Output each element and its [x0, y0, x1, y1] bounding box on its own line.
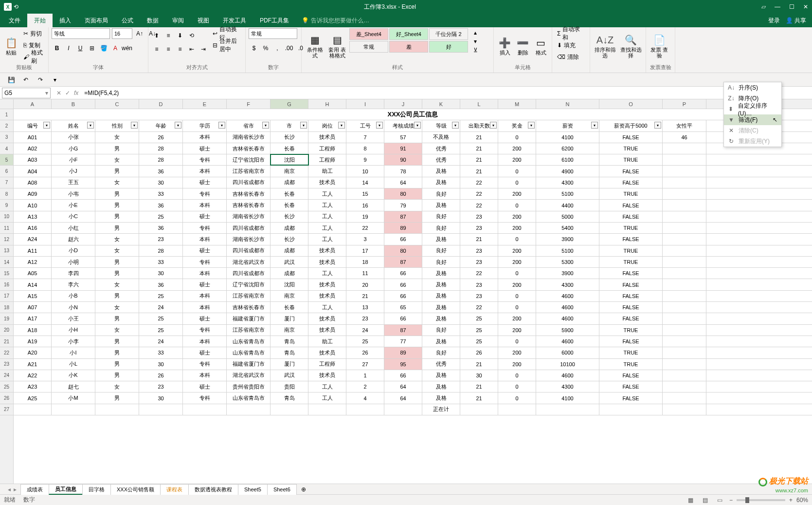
cell[interactable]: 0 — [498, 370, 536, 381]
filter-dropdown-button[interactable]: ▾ — [528, 122, 535, 129]
cell[interactable]: 0 — [498, 177, 536, 188]
cell[interactable]: FALSE — [599, 268, 663, 279]
cell[interactable]: 山东省青岛市 — [227, 347, 271, 358]
filter-dropdown-button[interactable]: ▾ — [262, 122, 269, 129]
cell[interactable]: 辽宁省沈阳市 — [227, 154, 271, 165]
sort-filter-button[interactable]: A↓Z排序和筛选 — [593, 28, 617, 63]
cell[interactable]: 15 — [346, 188, 384, 199]
row-header[interactable]: 4 — [0, 143, 13, 154]
cell[interactable]: FALSE — [599, 211, 663, 222]
cell[interactable]: 长春 — [271, 188, 308, 199]
cell[interactable]: FALSE — [599, 393, 663, 403]
column-header-H[interactable]: H — [308, 99, 346, 109]
cell[interactable]: 0 — [498, 166, 536, 176]
cell[interactable] — [663, 381, 706, 392]
fx-icon[interactable]: fx — [74, 90, 78, 96]
cell[interactable]: 200 — [498, 143, 536, 154]
cell[interactable]: 湖南省长沙市 — [227, 132, 271, 143]
autosum-button[interactable]: Σ自动求和 — [555, 28, 587, 39]
column-header-D[interactable]: D — [139, 99, 183, 109]
cell[interactable]: 23 — [460, 245, 498, 256]
cell[interactable]: 技术员 — [308, 257, 346, 267]
cell[interactable]: 硕士 — [183, 177, 227, 188]
cell[interactable]: 正在计 — [422, 404, 460, 415]
cell[interactable]: 青岛 — [271, 347, 308, 358]
cell[interactable]: 良好 — [422, 257, 460, 267]
column-header-cell[interactable]: 省市▾ — [227, 120, 271, 131]
orientation-icon[interactable]: ⟲ — [186, 30, 197, 41]
cell[interactable]: 助工 — [308, 336, 346, 347]
cell[interactable]: 四川省成都市 — [227, 177, 271, 188]
cell[interactable]: 46 — [663, 132, 706, 143]
cell[interactable]: 四川省成都市 — [227, 245, 271, 256]
cell[interactable]: 福建省厦门市 — [227, 313, 271, 324]
sheet-nav-next-icon[interactable]: ▸ — [14, 486, 17, 493]
cell[interactable]: A02 — [14, 143, 52, 154]
cell[interactable]: 2 — [346, 381, 384, 392]
cell[interactable]: 80 — [384, 245, 422, 256]
cell[interactable]: 23 — [460, 211, 498, 222]
cell[interactable]: 14 — [346, 177, 384, 188]
cell[interactable]: 本科 — [183, 291, 227, 301]
row-header[interactable]: 24 — [0, 370, 13, 381]
cell[interactable]: 技术员 — [308, 347, 346, 358]
cell[interactable]: 女 — [95, 234, 139, 244]
cell[interactable]: 10100 — [536, 359, 599, 370]
cell[interactable]: 优秀 — [422, 359, 460, 370]
cell[interactable]: 男 — [95, 200, 139, 210]
cell[interactable]: A11 — [14, 245, 52, 256]
cell[interactable]: FALSE — [599, 132, 663, 143]
column-header-cell[interactable]: 等级▾ — [422, 120, 460, 131]
style-bad-sheet4[interactable]: 差_Sheet4 — [349, 28, 388, 40]
cell[interactable]: 湖南省长沙市 — [227, 211, 271, 222]
cell[interactable]: 36 — [139, 279, 183, 290]
cell[interactable]: A25 — [14, 393, 52, 403]
row-header[interactable]: 22 — [0, 347, 13, 358]
cell[interactable]: 女 — [95, 177, 139, 188]
phonetic-button[interactable]: wén — [122, 43, 132, 54]
cell[interactable]: 专科 — [183, 223, 227, 233]
column-header-cell[interactable]: 出勤天数▾ — [460, 120, 498, 131]
cell[interactable]: 0 — [498, 268, 536, 279]
cell[interactable]: 89 — [384, 223, 422, 233]
zoom-level[interactable]: 60% — [796, 497, 808, 504]
cell[interactable]: 4600 — [536, 313, 599, 324]
cell[interactable]: 22 — [460, 200, 498, 210]
cell[interactable]: 男 — [95, 336, 139, 347]
cell[interactable]: 辽宁省沈阳市 — [227, 279, 271, 290]
cell[interactable]: 本科 — [183, 200, 227, 210]
cell[interactable]: 36 — [139, 223, 183, 233]
cell[interactable]: 23 — [460, 291, 498, 301]
cell[interactable]: 26 — [460, 347, 498, 358]
view-normal-icon[interactable]: ▦ — [686, 495, 696, 505]
cell[interactable]: 工人 — [308, 302, 346, 313]
cell[interactable]: 长春 — [271, 200, 308, 210]
cell[interactable]: 9 — [346, 154, 384, 165]
cell[interactable]: A16 — [14, 223, 52, 233]
row-header[interactable]: 16 — [0, 279, 13, 290]
cell[interactable]: 本科 — [183, 336, 227, 347]
cell[interactable]: 男 — [95, 393, 139, 403]
cell[interactable]: 80 — [384, 188, 422, 199]
cell[interactable]: 5100 — [536, 188, 599, 199]
cell[interactable]: 小K — [52, 370, 95, 381]
column-header-cell[interactable]: 岗位▾ — [308, 120, 346, 131]
cell[interactable]: 李四 — [52, 268, 95, 279]
cell[interactable]: 3900 — [536, 234, 599, 244]
cell[interactable]: A23 — [14, 381, 52, 392]
cell[interactable] — [663, 359, 706, 370]
cell[interactable]: 南京 — [271, 291, 308, 301]
cell[interactable]: 66 — [384, 279, 422, 290]
cell[interactable]: 长沙 — [271, 132, 308, 143]
cell[interactable]: 25 — [139, 313, 183, 324]
cell[interactable]: 专科 — [183, 188, 227, 199]
cell[interactable]: 良好 — [422, 245, 460, 256]
column-header-M[interactable]: M — [498, 99, 536, 109]
zoom-out-button[interactable]: − — [729, 497, 733, 504]
cell[interactable]: 小H — [52, 325, 95, 336]
style-bad[interactable]: 差 — [389, 41, 428, 53]
cell[interactable]: 66 — [384, 268, 422, 279]
filter-dropdown-button[interactable]: ▾ — [591, 122, 598, 129]
cell[interactable] — [663, 313, 706, 324]
column-header-cell[interactable]: 性别▾ — [95, 120, 139, 131]
